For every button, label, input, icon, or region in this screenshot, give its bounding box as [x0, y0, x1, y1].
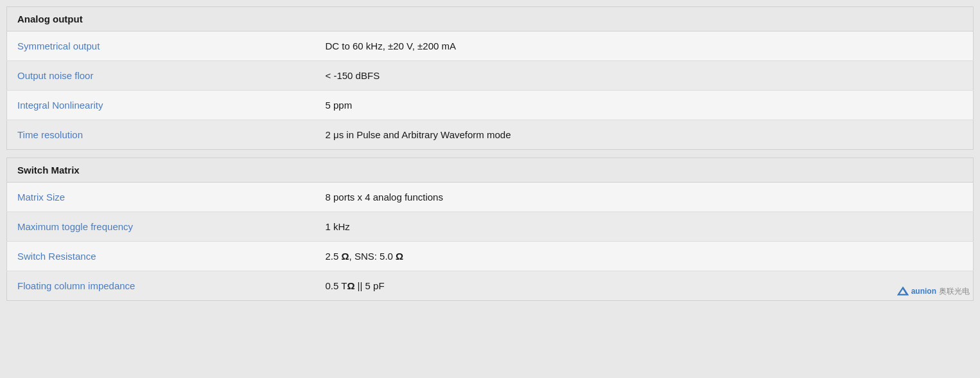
analog-output-header: Analog output: [7, 7, 974, 32]
row-label: Output noise floor: [7, 61, 315, 91]
row-value: 5 ppm: [315, 91, 974, 120]
table-row: Integral Nonlinearity 5 ppm: [7, 91, 974, 120]
row-value: 1 kHz: [315, 212, 974, 242]
switch-matrix-table: Switch Matrix Matrix Size 8 ports x 4 an…: [6, 158, 974, 301]
brand-name: aunion: [911, 287, 936, 296]
row-label: Switch Resistance: [7, 242, 315, 271]
table-row: Switch Resistance 2.5 Ω, SNS: 5.0 Ω: [7, 242, 974, 271]
row-value: 8 ports x 4 analog functions: [315, 183, 974, 212]
brand-logo-icon: [897, 285, 909, 297]
svg-line-1: [903, 288, 906, 294]
switch-matrix-header-row: Switch Matrix: [7, 158, 974, 183]
brand-logo: aunion 奥联光电: [897, 285, 970, 297]
row-label: Time resolution: [7, 120, 315, 150]
table-row: Symmetrical output DC to 60 kHz, ±20 V, …: [7, 32, 974, 61]
brand-subtext: 奥联光电: [939, 286, 970, 297]
row-value: DC to 60 kHz, ±20 V, ±200 mA: [315, 32, 974, 61]
row-label: Maximum toggle frequency: [7, 212, 315, 242]
table-row: Matrix Size 8 ports x 4 analog functions: [7, 183, 974, 212]
analog-output-header-row: Analog output: [7, 7, 974, 32]
table-row: Maximum toggle frequency 1 kHz: [7, 212, 974, 242]
table-row: Time resolution 2 μs in Pulse and Arbitr…: [7, 120, 974, 150]
row-label: Matrix Size: [7, 183, 315, 212]
page-wrapper: Analog output Symmetrical output DC to 6…: [6, 6, 974, 301]
row-label: Symmetrical output: [7, 32, 315, 61]
table-row: Floating column impedance 0.5 TΩ || 5 pF: [7, 271, 974, 301]
switch-matrix-header: Switch Matrix: [7, 158, 974, 183]
row-value-switch-resistance: 2.5 Ω, SNS: 5.0 Ω: [315, 242, 974, 271]
row-value-floating-impedance: 0.5 TΩ || 5 pF: [315, 271, 974, 301]
row-value: 2 μs in Pulse and Arbitrary Waveform mod…: [315, 120, 974, 150]
analog-output-table: Analog output Symmetrical output DC to 6…: [6, 6, 974, 150]
row-value: < -150 dBFS: [315, 61, 974, 91]
row-label: Integral Nonlinearity: [7, 91, 315, 120]
table-row: Output noise floor < -150 dBFS: [7, 61, 974, 91]
row-label: Floating column impedance: [7, 271, 315, 301]
